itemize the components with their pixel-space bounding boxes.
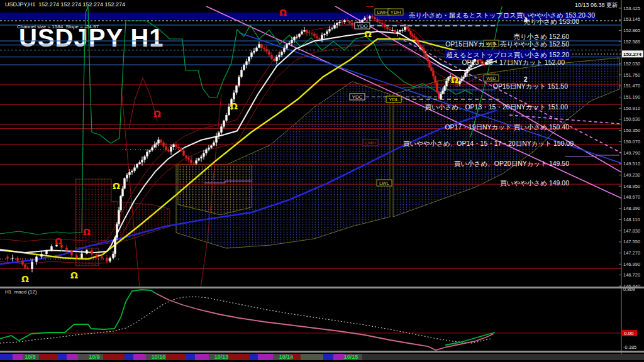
candle-body xyxy=(80,253,82,258)
order-annotation[interactable]: 買いやや小さめ 149.00 xyxy=(500,179,569,187)
candle-body xyxy=(379,22,380,23)
omega-signal-marker: Ω xyxy=(451,75,458,85)
candle-body xyxy=(361,20,363,22)
candle-body xyxy=(288,43,290,44)
last-updated-text: 10/13 06:38 更新 xyxy=(575,1,618,9)
candle-body xyxy=(50,246,52,250)
omega-signal-marker: Ω xyxy=(153,109,161,119)
price-axis-label: 148.110 xyxy=(623,217,640,222)
candle-body xyxy=(170,147,172,151)
price-axis-label: 150.910 xyxy=(623,106,640,111)
ribbon-segment xyxy=(195,354,209,360)
object-label-text: YDL xyxy=(389,97,399,102)
candle-body xyxy=(462,77,464,79)
ribbon-segment xyxy=(133,354,146,360)
candle-body xyxy=(6,256,8,258)
candle-body xyxy=(369,16,370,18)
chart-canvas[interactable]: ΩΩΩΩΩΩΩΩΩΩΩ432LWHYDHYDOYDCYDLLMHLWLW|DW|… xyxy=(0,0,644,362)
candle-body xyxy=(45,250,47,254)
order-annotation[interactable]: OP15日NYカット 151.50 xyxy=(493,82,568,90)
price-axis-label: 150.070 xyxy=(623,139,640,145)
candle-body xyxy=(318,38,320,39)
candle-body xyxy=(351,23,353,25)
candle-body xyxy=(215,136,217,143)
omega-signal-marker: Ω xyxy=(70,270,78,280)
candle-body xyxy=(128,172,130,175)
candle-body xyxy=(291,40,292,43)
macd-axis-min: -0.385 xyxy=(623,344,636,350)
order-annotation[interactable]: 売り小さめ 153.00 xyxy=(524,18,579,25)
order-annotation[interactable]: OP17・19日NYカット 買い小さめ 150.40 xyxy=(445,123,569,131)
price-axis-label: 151.190 xyxy=(623,94,640,100)
macd-signal-line xyxy=(0,297,491,343)
window-separator[interactable] xyxy=(0,351,644,353)
candle-body xyxy=(338,22,340,23)
candle-body xyxy=(396,31,398,33)
candle-body xyxy=(321,35,323,39)
candle-body xyxy=(308,33,310,33)
candle-body xyxy=(268,52,270,55)
ribbon-segment xyxy=(301,354,323,360)
order-annotation[interactable]: OP13・16・17日NYカット 152.00 xyxy=(462,58,565,66)
candle-body xyxy=(248,57,250,62)
candle-body xyxy=(131,171,133,172)
ribbon-segment xyxy=(67,354,78,360)
candle-body xyxy=(75,255,77,258)
candle-body xyxy=(205,150,207,153)
candle-body xyxy=(280,52,282,55)
candle-body xyxy=(293,37,295,40)
order-annotation[interactable]: 買い小さめ、OP20日NYカット 149.50 xyxy=(454,160,569,167)
ribbon-segment xyxy=(125,354,133,360)
time-ribbon[interactable]: 10/810/910/1010/1310/1410/15 xyxy=(0,354,644,360)
candle-body xyxy=(408,28,409,31)
main-chart-area: ΩΩΩΩΩΩΩΩΩΩΩ432LWHYDHYDOYDCYDLLMHLWLW|DW|… xyxy=(0,0,644,362)
candle-body xyxy=(109,258,111,261)
price-axis-label: 147.270 xyxy=(623,250,640,256)
candle-body xyxy=(364,18,365,20)
candle-body xyxy=(240,70,242,77)
window-separator[interactable] xyxy=(0,287,644,288)
candle-body xyxy=(313,34,315,36)
candle-body xyxy=(126,175,128,178)
order-annotation[interactable]: 買いやや小さめ、OP14・15・17・20日NYカット 150.00 xyxy=(403,140,574,147)
order-annotation[interactable]: 超えるとストップロス買い小さめ 152.20 xyxy=(447,51,570,58)
candle-body xyxy=(328,29,330,31)
object-label-text: LWH xyxy=(377,9,387,15)
order-annotation[interactable]: 売り小さめ 152.60 xyxy=(514,33,569,40)
candle-body xyxy=(151,148,153,151)
macd-axis-max: 0.809 xyxy=(623,287,635,292)
order-annotation[interactable]: OP15日NYカット 売りやや小さめ 152.50 xyxy=(445,40,569,48)
ribbon-segment xyxy=(362,354,644,360)
candle-body xyxy=(421,47,423,49)
candle-body xyxy=(187,158,189,160)
ichimoku-cloud xyxy=(393,58,619,217)
price-axis-label: 149.510 xyxy=(623,161,640,167)
macd-indicator-label: H1 macd (12) xyxy=(5,289,37,295)
date-label: 10/10 xyxy=(152,354,166,360)
candle-body xyxy=(430,67,432,71)
candle-body xyxy=(118,210,119,224)
candle-body xyxy=(384,24,386,27)
candle-body xyxy=(270,55,272,58)
candle-body xyxy=(386,27,388,29)
omega-signal-marker: Ω xyxy=(279,8,287,18)
candle-body xyxy=(157,140,159,143)
candle-body xyxy=(136,164,138,168)
omega-signal-marker: Ω xyxy=(230,101,238,111)
date-label: 10/8 xyxy=(25,354,36,360)
candle-body xyxy=(411,35,413,36)
candle-body xyxy=(225,115,227,121)
candle-body xyxy=(172,145,174,147)
candle-body xyxy=(238,77,240,85)
candle-body xyxy=(394,30,396,33)
candle-body xyxy=(167,150,169,152)
order-annotation[interactable]: 買い小さめ、OP13・15・20日NYカット 151.00 xyxy=(425,103,568,111)
candle-body xyxy=(423,48,425,53)
candle-body xyxy=(371,16,373,17)
candle-body xyxy=(381,23,383,25)
price-axis-label: 152.865 xyxy=(623,28,640,33)
candle-body xyxy=(21,261,23,265)
object-label-text: LMH xyxy=(365,140,376,146)
candle-body xyxy=(341,22,343,23)
macd-down-line xyxy=(156,293,494,350)
